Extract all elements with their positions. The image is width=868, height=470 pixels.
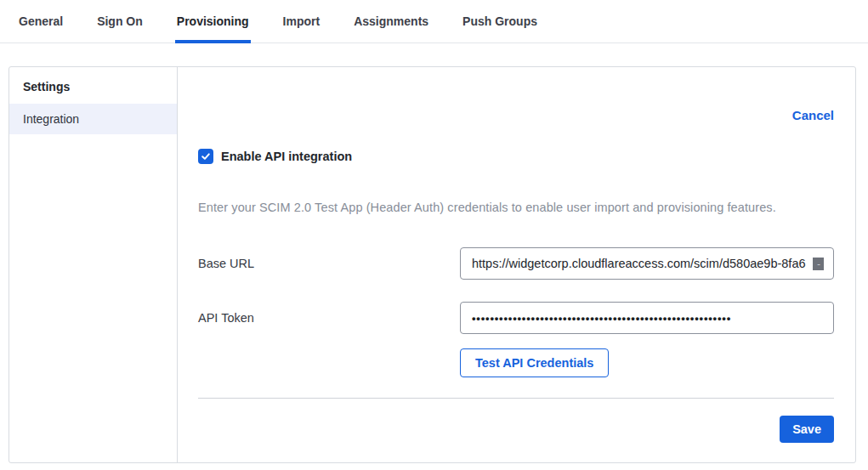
tab-assignments[interactable]: Assignments xyxy=(352,14,430,43)
credentials-description: Enter your SCIM 2.0 Test App (Header Aut… xyxy=(198,201,834,214)
tab-provisioning[interactable]: Provisioning xyxy=(175,14,251,43)
api-token-input[interactable]: ••••••••••••••••••••••••••••••••••••••••… xyxy=(460,302,834,334)
tab-push-groups[interactable]: Push Groups xyxy=(461,14,539,43)
api-token-label: API Token xyxy=(198,311,254,325)
form-divider xyxy=(198,398,834,399)
checkmark-icon xyxy=(201,151,211,161)
enable-api-checkbox[interactable] xyxy=(198,149,213,164)
enable-api-integration-row[interactable]: Enable API integration xyxy=(198,149,834,164)
settings-sidebar: Settings Integration xyxy=(9,67,178,462)
integration-form: Cancel Enable API integration Enter your… xyxy=(178,67,855,462)
base-url-row: Base URL https://widgetcorp.cloudflareac… xyxy=(198,247,834,280)
enable-api-label: Enable API integration xyxy=(221,150,352,163)
app-tab-bar: General Sign On Provisioning Import Assi… xyxy=(0,0,868,43)
sidebar-item-integration[interactable]: Integration xyxy=(9,104,177,134)
test-api-credentials-button[interactable]: Test API Credentials xyxy=(460,348,609,377)
provisioning-panel: Settings Integration Cancel Enable API i… xyxy=(9,66,856,463)
row-spacer xyxy=(198,348,460,377)
tab-sign-on[interactable]: Sign On xyxy=(95,14,145,43)
test-credentials-row: Test API Credentials xyxy=(198,348,834,377)
sidebar-heading: Settings xyxy=(9,67,177,104)
base-url-input[interactable]: https://widgetcorp.cloudflareaccess.com/… xyxy=(460,247,834,280)
base-url-label: Base URL xyxy=(198,257,254,270)
api-token-row: API Token ••••••••••••••••••••••••••••••… xyxy=(198,302,834,334)
cancel-link[interactable]: Cancel xyxy=(792,108,834,122)
text-cursor-artifact: -- xyxy=(813,258,824,270)
tab-import[interactable]: Import xyxy=(281,14,322,43)
save-button[interactable]: Save xyxy=(780,416,834,443)
base-url-value: https://widgetcorp.cloudflareaccess.com/… xyxy=(472,257,822,270)
tab-general[interactable]: General xyxy=(17,14,65,43)
api-token-masked-value: ••••••••••••••••••••••••••••••••••••••••… xyxy=(472,312,822,325)
